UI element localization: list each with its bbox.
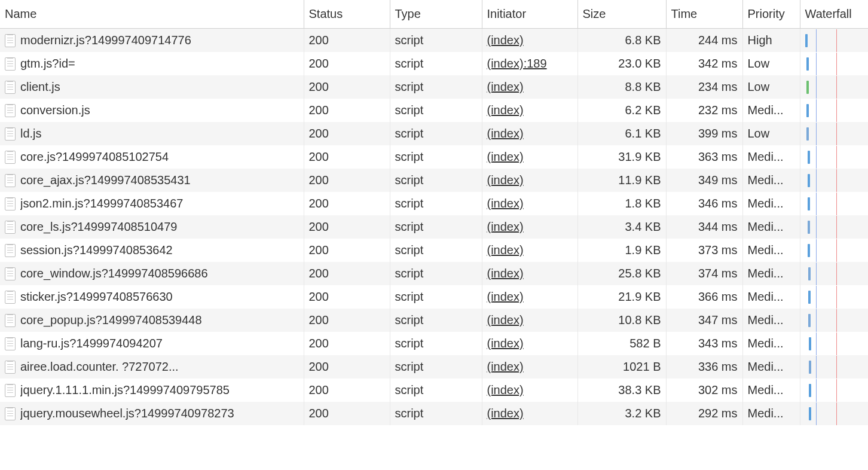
table-row[interactable]: session.js?14999740853642200script(index… — [0, 239, 868, 262]
cell-name[interactable]: ld.js — [0, 122, 304, 145]
table-row[interactable]: core_ajax.js?149997408535431200script(in… — [0, 169, 868, 192]
initiator-link[interactable]: (index) — [487, 383, 524, 396]
waterfall-domcontent-line — [816, 263, 817, 285]
waterfall-bar — [808, 151, 810, 164]
cell-time: 336 ms — [666, 355, 742, 379]
initiator-link[interactable]: (index) — [487, 290, 524, 303]
initiator-link[interactable]: (index) — [487, 33, 524, 47]
cell-type: script — [390, 192, 482, 215]
cell-size: 38.3 KB — [577, 379, 666, 402]
cell-name[interactable]: jquery.1.11.1.min.js?149997409795785 — [0, 379, 304, 402]
initiator-link[interactable]: (index):189 — [487, 57, 547, 70]
cell-name[interactable]: sticker.js?149997408576630 — [0, 285, 304, 309]
cell-initiator: (index) — [482, 169, 577, 192]
cell-name[interactable]: gtm.js?id= — [0, 52, 304, 75]
table-row[interactable]: lang-ru.js?1499974094207200script(index)… — [0, 332, 868, 355]
waterfall-domcontent-line — [816, 402, 817, 425]
cell-status: 200 — [304, 379, 390, 402]
waterfall-load-line — [836, 169, 837, 192]
cell-type: script — [390, 379, 482, 402]
cell-time: 232 ms — [666, 99, 742, 122]
initiator-link[interactable]: (index) — [487, 337, 524, 350]
column-header-size[interactable]: Size — [577, 0, 666, 29]
column-header-initiator[interactable]: Initiator — [482, 0, 577, 29]
cell-name[interactable]: lang-ru.js?1499974094207 — [0, 332, 304, 355]
cell-name[interactable]: conversion.js — [0, 99, 304, 122]
waterfall-domcontent-line — [816, 99, 817, 122]
table-row[interactable]: airee.load.counter. ?727072...200script(… — [0, 355, 868, 379]
waterfall-load-line — [836, 356, 837, 379]
table-row[interactable]: gtm.js?id=200script(index):18923.0 KB342… — [0, 52, 868, 75]
waterfall-load-line — [836, 332, 837, 355]
waterfall-bar — [808, 314, 811, 327]
cell-size: 6.1 KB — [577, 122, 666, 145]
waterfall-load-line — [836, 123, 837, 145]
cell-priority: Medi... — [742, 285, 800, 309]
initiator-link[interactable]: (index) — [487, 407, 524, 420]
file-icon — [5, 361, 16, 374]
initiator-link[interactable]: (index) — [487, 267, 524, 280]
initiator-link[interactable]: (index) — [487, 80, 524, 93]
cell-name[interactable]: core_window.js?149997408596686 — [0, 262, 304, 285]
waterfall-domcontent-line — [816, 216, 817, 239]
table-row[interactable]: conversion.js200script(index)6.2 KB232 m… — [0, 99, 868, 122]
initiator-link[interactable]: (index) — [487, 150, 524, 163]
file-name: client.js — [20, 80, 60, 94]
column-header-status[interactable]: Status — [304, 0, 390, 29]
table-row[interactable]: client.js200script(index)8.8 KB234 msLow — [0, 75, 868, 99]
column-header-name[interactable]: Name — [0, 0, 304, 29]
cell-waterfall — [800, 355, 868, 379]
cell-name[interactable]: core_ajax.js?149997408535431 — [0, 169, 304, 192]
cell-name[interactable]: core_ls.js?149997408510479 — [0, 215, 304, 239]
column-header-time[interactable]: Time — [666, 0, 742, 29]
cell-name[interactable]: session.js?14999740853642 — [0, 239, 304, 262]
cell-name[interactable]: core_popup.js?149997408539448 — [0, 309, 304, 332]
initiator-link[interactable]: (index) — [487, 103, 524, 117]
table-row[interactable]: modernizr.js?149997409714776200script(in… — [0, 29, 868, 53]
waterfall-load-line — [836, 53, 837, 75]
file-name: json2.min.js?14999740853467 — [20, 197, 183, 210]
file-icon — [5, 314, 16, 327]
cell-waterfall — [800, 52, 868, 75]
cell-name[interactable]: json2.min.js?14999740853467 — [0, 192, 304, 215]
column-header-type[interactable]: Type — [390, 0, 482, 29]
waterfall-load-line — [836, 379, 837, 402]
cell-time: 302 ms — [666, 379, 742, 402]
waterfall-domcontent-line — [816, 193, 817, 215]
table-row[interactable]: json2.min.js?14999740853467200script(ind… — [0, 192, 868, 215]
table-row[interactable]: core_window.js?149997408596686200script(… — [0, 262, 868, 285]
cell-name[interactable]: airee.load.counter. ?727072... — [0, 355, 304, 379]
initiator-link[interactable]: (index) — [487, 220, 524, 233]
cell-name[interactable]: modernizr.js?149997409714776 — [0, 29, 304, 53]
initiator-link[interactable]: (index) — [487, 243, 524, 257]
file-name: modernizr.js?149997409714776 — [20, 33, 191, 47]
cell-status: 200 — [304, 215, 390, 239]
cell-status: 200 — [304, 262, 390, 285]
table-row[interactable]: jquery.1.11.1.min.js?149997409795785200s… — [0, 379, 868, 402]
table-row[interactable]: core_popup.js?149997408539448200script(i… — [0, 309, 868, 332]
cell-name[interactable]: jquery.mousewheel.js?14999740978273 — [0, 402, 304, 425]
waterfall-domcontent-line — [816, 169, 817, 192]
file-name: conversion.js — [20, 103, 90, 117]
initiator-link[interactable]: (index) — [487, 173, 524, 187]
file-icon — [5, 384, 16, 397]
initiator-link[interactable]: (index) — [487, 360, 524, 373]
table-row[interactable]: core.js?1499974085102754200script(index)… — [0, 145, 868, 169]
cell-priority: Medi... — [742, 262, 800, 285]
column-header-waterfall[interactable]: Waterfall — [800, 0, 868, 29]
table-row[interactable]: sticker.js?149997408576630200script(inde… — [0, 285, 868, 309]
column-header-priority[interactable]: Priority — [742, 0, 800, 29]
cell-size: 6.8 KB — [577, 29, 666, 53]
initiator-link[interactable]: (index) — [487, 197, 524, 210]
initiator-link[interactable]: (index) — [487, 127, 524, 140]
waterfall-load-line — [836, 146, 837, 169]
cell-name[interactable]: core.js?1499974085102754 — [0, 145, 304, 169]
table-row[interactable]: core_ls.js?149997408510479200script(inde… — [0, 215, 868, 239]
cell-name[interactable]: client.js — [0, 75, 304, 99]
table-row[interactable]: jquery.mousewheel.js?14999740978273200sc… — [0, 402, 868, 425]
waterfall-load-line — [836, 29, 837, 52]
cell-size: 23.0 KB — [577, 52, 666, 75]
table-row[interactable]: ld.js200script(index)6.1 KB399 msLow — [0, 122, 868, 145]
waterfall-domcontent-line — [816, 379, 817, 402]
initiator-link[interactable]: (index) — [487, 313, 524, 326]
